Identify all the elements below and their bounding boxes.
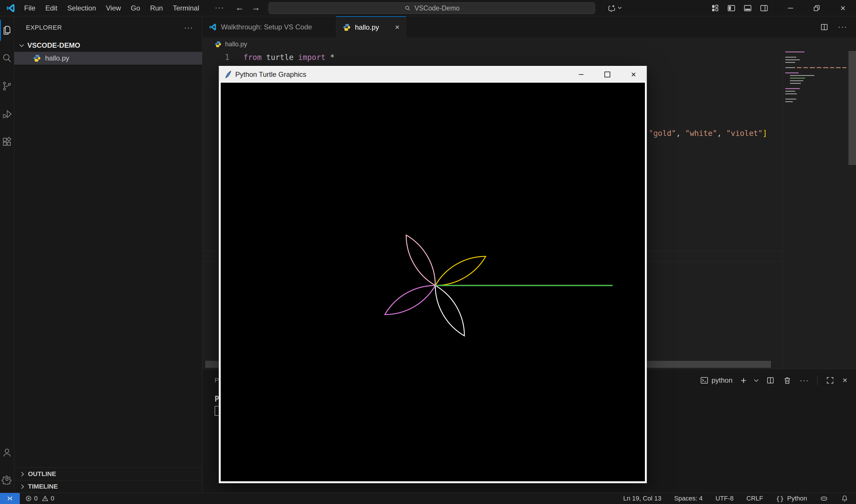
nav-forward-icon[interactable]: → (251, 0, 260, 15)
trash-icon[interactable] (783, 376, 792, 385)
status-item-2[interactable]: UTF-8 (715, 495, 733, 502)
toggle-secondary-sidebar-icon[interactable] (759, 3, 769, 13)
gear-icon (1, 474, 13, 485)
toggle-sidebar-icon[interactable] (727, 3, 736, 13)
sidebar-title: EXPLORER (26, 24, 62, 32)
search-icon (1, 53, 13, 64)
scrollbar-thumb[interactable] (849, 51, 856, 165)
tab-walkthrough[interactable]: Walkthrough: Setup VS Code (202, 16, 336, 38)
file-label: hallo.py (45, 54, 69, 62)
run-debug-icon (1, 109, 13, 120)
split-editor-icon[interactable] (820, 23, 828, 32)
remote-icon (6, 495, 14, 502)
status-item-1[interactable]: Spaces: 4 (674, 495, 702, 502)
menubar: FileEditSelectionViewGoRunTerminal (19, 0, 204, 16)
files-icon (1, 25, 13, 36)
tab-hallo-py[interactable]: hallo.py × (336, 16, 406, 38)
terminal-instance[interactable]: python (700, 376, 733, 385)
vertical-scrollbar[interactable] (849, 51, 856, 369)
menu-terminal[interactable]: Terminal (168, 4, 204, 12)
chevron-down-icon[interactable] (754, 377, 758, 382)
outline-section[interactable]: OUTLINE (14, 468, 202, 480)
language-mode[interactable]: {} Python (776, 495, 807, 502)
terminal-label: python (712, 376, 733, 384)
status-item-3[interactable]: CRLF (747, 495, 763, 502)
activity-run-debug[interactable] (0, 100, 14, 128)
timeline-section[interactable]: TIMELINE (14, 480, 202, 493)
outline-label: OUTLINE (28, 470, 56, 478)
error-count: 0 (34, 495, 38, 502)
menu-go[interactable]: Go (126, 4, 145, 12)
close-button[interactable]: × (830, 0, 856, 16)
new-terminal-icon[interactable]: + (741, 375, 747, 386)
minimize-button[interactable] (778, 0, 804, 16)
minimap[interactable] (783, 51, 849, 369)
maximize-button[interactable] (594, 67, 621, 82)
warning-count: 0 (51, 495, 54, 502)
sidebar-header: EXPLORER ··· (14, 16, 202, 39)
chevron-down-icon (618, 5, 622, 9)
bell-icon[interactable] (841, 495, 849, 502)
editor-more-icon[interactable]: ··· (838, 22, 847, 32)
sidebar-more-icon[interactable]: ··· (184, 23, 193, 32)
source-control-icon (1, 80, 13, 92)
terminal-icon (700, 376, 709, 385)
menu-run[interactable]: Run (145, 4, 168, 12)
turtle-window-controls: × (568, 67, 647, 82)
warning-icon (42, 495, 49, 502)
chevron-right-icon (19, 472, 24, 476)
nav-back-icon[interactable]: ← (235, 0, 244, 15)
customize-layout-icon[interactable] (711, 3, 720, 13)
turtle-graphics-window[interactable]: Python Turtle Graphics × (219, 66, 647, 483)
turtle-window-titlebar[interactable]: Python Turtle Graphics × (219, 67, 647, 82)
split-terminal-icon[interactable] (766, 376, 775, 385)
tab-close-icon[interactable]: × (395, 23, 400, 32)
chevron-down-icon (19, 42, 24, 47)
breadcrumb-item[interactable]: hallo.py (225, 40, 247, 48)
menu-overflow-icon[interactable]: ··· (211, 0, 228, 15)
error-icon (25, 495, 32, 502)
toggle-panel-icon[interactable] (743, 3, 752, 13)
menu-edit[interactable]: Edit (40, 4, 62, 12)
remote-indicator[interactable] (0, 493, 20, 504)
chevron-right-icon (19, 484, 24, 489)
menu-view[interactable]: View (101, 4, 126, 12)
breadcrumb[interactable]: hallo.py (202, 38, 856, 51)
search-icon (404, 5, 411, 12)
separator (817, 376, 818, 385)
tab-bar: Walkthrough: Setup VS Code hallo.py × ··… (202, 16, 856, 38)
status-bar: 0 0 Ln 19, Col 13Spaces: 4UTF-8CRLF {} P… (0, 493, 856, 504)
activity-search[interactable] (0, 44, 14, 72)
python-file-icon (33, 54, 41, 62)
activity-source-control[interactable] (0, 72, 14, 100)
tk-feather-icon (224, 70, 232, 78)
python-file-icon (343, 23, 351, 32)
vscode-file-icon (209, 23, 217, 31)
close-panel-icon[interactable]: × (843, 376, 847, 385)
copilot-button[interactable] (607, 0, 621, 16)
language-label: Python (787, 495, 807, 502)
statusbar-right: Ln 19, Col 13Spaces: 4UTF-8CRLF {} Pytho… (623, 494, 856, 503)
account-button[interactable] (0, 439, 14, 466)
turtle-window-title: Python Turtle Graphics (235, 70, 306, 78)
activity-bar (0, 16, 14, 493)
panel-more-icon[interactable]: ··· (800, 376, 809, 385)
menu-selection[interactable]: Selection (62, 4, 101, 12)
minimize-button[interactable] (568, 67, 594, 82)
file-row-hallo-py[interactable]: hallo.py (14, 52, 202, 65)
activity-explorer[interactable] (0, 16, 14, 44)
code-fragment: "gold", "white", "violet"] (649, 127, 767, 139)
titlebar: FileEditSelectionViewGoRunTerminal ··· ←… (0, 0, 856, 16)
command-center-search[interactable]: VSCode-Demo (268, 2, 595, 14)
folder-row-vscode-demo[interactable]: VSCODE-DEMO (14, 39, 202, 52)
activity-extensions[interactable] (0, 128, 14, 156)
maximize-panel-icon[interactable] (826, 376, 835, 385)
problems-status[interactable]: 0 0 (25, 493, 54, 504)
settings-button[interactable] (0, 466, 14, 493)
menu-file[interactable]: File (19, 4, 40, 12)
copilot-status-icon[interactable] (820, 494, 828, 503)
close-button[interactable]: × (621, 67, 647, 82)
extensions-icon (1, 137, 13, 147)
restore-button[interactable] (804, 0, 830, 16)
status-item-0[interactable]: Ln 19, Col 13 (623, 495, 662, 502)
